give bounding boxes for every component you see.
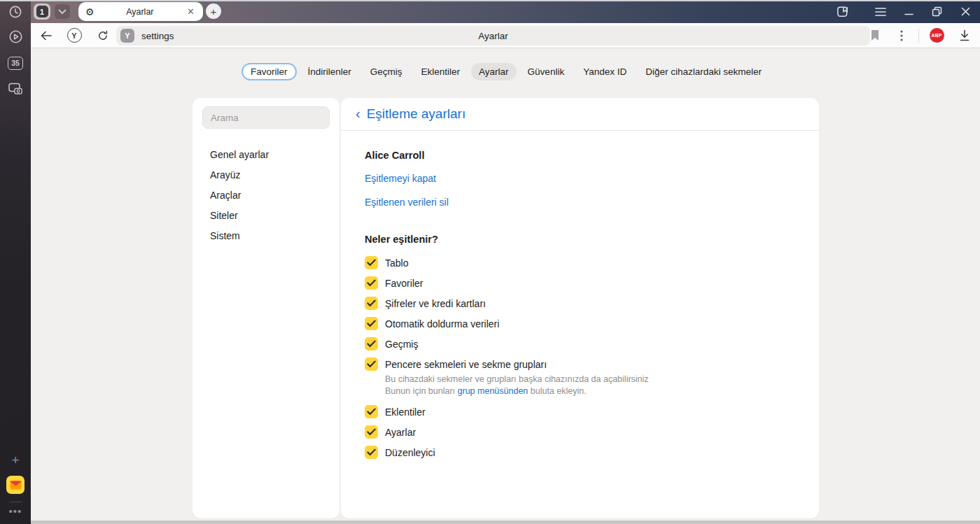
sync-option-row[interactable]: Ayarlar [365, 422, 795, 442]
settings-page: FavorilerİndirilenlerGeçmişEklentilerAya… [31, 48, 980, 524]
sync-option-label: Otomatik doldurma verileri [385, 318, 499, 330]
nav-tab-eklentiler[interactable]: Eklentiler [414, 63, 468, 80]
toolbar-divider [918, 29, 919, 43]
sync-settings-card: ‹ Eşitleme ayarları Alice Carroll Eşitle… [341, 98, 819, 518]
sync-option-label: Ayarlar [385, 427, 416, 438]
sync-option-row[interactable]: Otomatik doldurma verileri [365, 313, 795, 334]
yandex-mail-icon[interactable] [0, 475, 31, 495]
description-line-1: Bu cihazdaki sekmeler ve grupları başka … [385, 374, 795, 385]
history-clock-icon[interactable] [0, 4, 31, 20]
description-line-2: Bunun için bunları grup menüsünden bulut… [385, 385, 795, 397]
settings-sidebar-card: Genel ayarlarArayüzAraçlarSitelerSistem [192, 98, 340, 518]
tab-counter-value: 1 [36, 6, 48, 17]
sync-option-row[interactable]: Şifreler ve kredi kartları [365, 293, 795, 313]
back-button[interactable] [35, 23, 57, 48]
screenshot-camera-icon[interactable] [0, 81, 31, 97]
checkbox-checked[interactable] [365, 256, 378, 269]
checkbox-checked[interactable] [365, 297, 378, 310]
sync-checkbox-list: TabloFavorilerŞifreler ve kredi kartları… [365, 253, 795, 462]
sync-option-row[interactable]: Düzenleyici [365, 442, 795, 462]
badge-35-icon[interactable]: 35 [0, 56, 31, 70]
account-name: Alice Carroll [365, 150, 795, 161]
nav-tab-ayarlar[interactable]: Ayarlar [471, 63, 517, 80]
tab-title: Ayarlar [94, 7, 186, 17]
sync-panel-header: ‹ Eşitleme ayarları [341, 98, 819, 131]
window-close-button[interactable] [953, 0, 977, 23]
tab-counter-button[interactable]: 1 [34, 3, 50, 20]
badge-35-number: 35 [8, 57, 23, 70]
nav-tab-yandex-id[interactable]: Yandex ID [575, 63, 634, 80]
address-bar[interactable]: Y settings Ayarlar [116, 26, 870, 45]
sync-option-label: Favoriler [385, 278, 423, 289]
tab-list-chevron-button[interactable] [55, 4, 70, 19]
browser-tab[interactable]: ⚙ Ayarlar ✕ [78, 2, 203, 21]
checkbox-checked[interactable] [365, 276, 378, 290]
new-tab-button[interactable]: + [206, 3, 221, 19]
window-minimize-button[interactable] [897, 0, 920, 23]
nav-tab-g-venlik[interactable]: Güvenlik [520, 63, 573, 80]
sync-option-row[interactable]: Eklentiler [365, 402, 795, 422]
url-text: settings [141, 31, 174, 41]
page-favicon: Y [120, 29, 134, 43]
checkbox-checked[interactable] [365, 405, 378, 418]
sync-option-label: Tablo [385, 257, 408, 269]
tab-close-icon[interactable]: ✕ [186, 6, 196, 17]
sidebar-add-icon[interactable]: + [0, 453, 31, 467]
nav-tab-i-ndirilenler[interactable]: İndirilenler [300, 63, 359, 80]
checkbox-checked[interactable] [365, 337, 378, 350]
adblock-extension-icon[interactable]: ABP [925, 23, 948, 48]
sync-option-label: Eklentiler [385, 406, 426, 418]
window-restore-button[interactable] [925, 0, 948, 23]
menu-hamburger-icon[interactable] [869, 0, 892, 23]
settings-nav: FavorilerİndirilenlerGeçmişEklentilerAya… [31, 63, 980, 80]
delete-synced-data-link[interactable]: Eşitlenen verileri sil [365, 197, 449, 208]
nav-tab-ge-mi[interactable]: Geçmiş [363, 63, 410, 80]
sidebar-divider [9, 502, 22, 502]
sidebar-more-icon[interactable]: ••• [0, 505, 31, 516]
sync-option-row[interactable]: Pencere sekmeleri ve sekme grupları [365, 354, 795, 374]
downloads-icon[interactable] [953, 23, 976, 48]
nav-tab-favoriler[interactable]: Favoriler [241, 63, 297, 80]
toolbar-more-icon[interactable] [890, 23, 913, 48]
checkbox-checked[interactable] [365, 446, 378, 459]
disable-sync-link[interactable]: Eşitlemeyi kapat [365, 173, 436, 184]
sidebar-item-ara-lar[interactable]: Araçlar [192, 185, 340, 205]
omnibox-page-title: Ayarlar [116, 31, 870, 41]
group-menu-link[interactable]: grup menüsünden [458, 386, 528, 396]
app-sidebar: 35 + ••• [0, 0, 31, 524]
nav-tab-di-er-cihazlardaki-sekmeler[interactable]: Diğer cihazlardaki sekmeler [638, 63, 769, 80]
sync-panel-body: Alice Carroll Eşitlemeyi kapat Eşitlenen… [341, 131, 819, 462]
bookmark-flag-icon[interactable] [864, 23, 886, 48]
sync-panel-title[interactable]: Eşitleme ayarları [367, 106, 466, 122]
checkbox-checked[interactable] [365, 317, 378, 330]
sync-option-row[interactable]: Geçmiş [365, 334, 795, 354]
tab-gear-icon: ⚙ [85, 7, 94, 17]
sidebar-item-sistem[interactable]: Sistem [192, 225, 340, 246]
sync-option-label: Pencere sekmeleri ve sekme grupları [385, 359, 547, 370]
sync-option-label: Geçmiş [385, 339, 418, 350]
window-top-edge [0, 0, 980, 1]
settings-section-list: Genel ayarlarArayüzAraçlarSitelerSistem [192, 144, 340, 246]
sync-option-row[interactable]: Tablo [365, 253, 795, 273]
media-play-icon[interactable] [0, 29, 31, 44]
sidebar-item-siteler[interactable]: Siteler [192, 205, 340, 225]
sync-option-label: Düzenleyici [385, 447, 435, 458]
sidebar-item-aray-z[interactable]: Arayüz [192, 164, 340, 185]
back-chevron-icon[interactable]: ‹ [356, 106, 360, 120]
sync-option-description: Bu cihazdaki sekmeler ve grupları başka … [385, 374, 795, 397]
browser-window: 35 + ••• 1 ⚙ Ayarlar ✕ + [0, 0, 980, 524]
sidebar-item-genel-ayarlar[interactable]: Genel ayarlar [192, 144, 340, 164]
search-input[interactable] [202, 106, 330, 129]
sync-option-label: Şifreler ve kredi kartları [385, 298, 486, 309]
side-panel-icon[interactable] [830, 0, 854, 23]
yandex-home-button[interactable]: Y [63, 23, 85, 48]
checkbox-checked[interactable] [365, 357, 378, 371]
checkbox-checked[interactable] [365, 425, 378, 439]
sync-items-heading: Neler eşitlenir? [365, 234, 795, 245]
browser-toolbar: Y Y settings Ayarlar ABP [31, 23, 980, 48]
tab-strip: 1 ⚙ Ayarlar ✕ + [31, 0, 980, 23]
window-bottom-edge [31, 521, 980, 524]
sync-option-row[interactable]: Favoriler [365, 273, 795, 293]
adblock-badge: ABP [930, 28, 944, 43]
refresh-button[interactable] [92, 23, 114, 48]
